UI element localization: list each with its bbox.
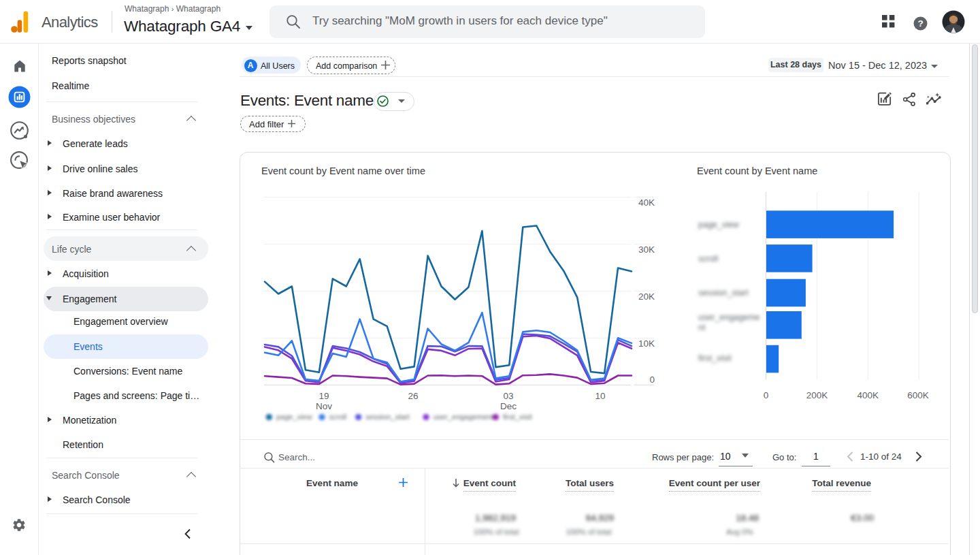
svg-text:page_view: page_view (698, 220, 740, 229)
svg-text:19: 19 (318, 391, 329, 401)
svg-text:03: 03 (503, 391, 513, 401)
svg-text:user_engageme: user_engageme (698, 313, 760, 322)
svg-text:first_visit: first_visit (698, 353, 732, 363)
svg-text:nt: nt (698, 323, 706, 332)
svg-text:30K: 30K (638, 244, 655, 255)
svg-text:400K: 400K (858, 390, 879, 400)
svg-text:200K: 200K (806, 390, 828, 400)
svg-text:26: 26 (408, 391, 418, 401)
svg-text:user_engagement: user_engagement (434, 413, 494, 421)
svg-text:?: ? (917, 18, 923, 29)
svg-text:session_start: session_start (698, 288, 749, 298)
svg-text:first_visit: first_visit (503, 413, 532, 421)
svg-text:20K: 20K (638, 291, 655, 302)
svg-text:Nov: Nov (316, 401, 332, 411)
svg-text:10K: 10K (638, 338, 655, 349)
svg-text:40K: 40K (638, 197, 655, 208)
svg-text:scroll: scroll (698, 254, 718, 264)
svg-text:Dec: Dec (500, 401, 517, 411)
svg-text:600K: 600K (907, 390, 929, 400)
svg-text:0: 0 (649, 375, 655, 385)
svg-text:scroll: scroll (329, 413, 347, 421)
svg-text:0: 0 (764, 390, 769, 400)
svg-text:10: 10 (595, 391, 605, 401)
svg-text:session_start: session_start (365, 413, 410, 421)
svg-text:page_view: page_view (276, 413, 312, 421)
